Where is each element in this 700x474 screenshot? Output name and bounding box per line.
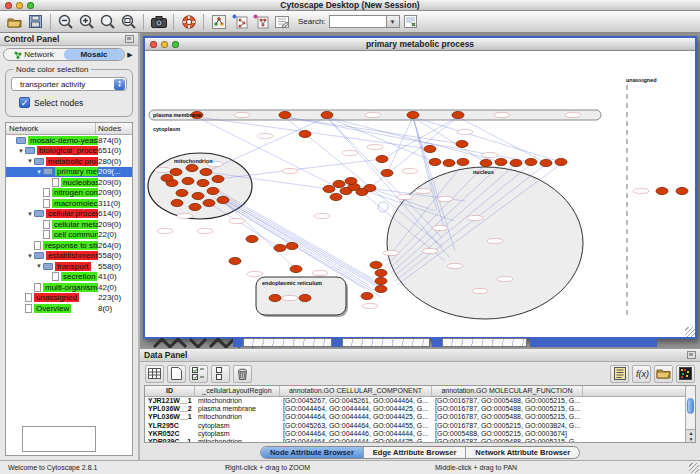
delete-attribute-trash-icon[interactable] — [233, 365, 252, 383]
zoom-out-icon[interactable] — [56, 13, 75, 31]
tree-item-establishment-of-lo[interactable]: ▼establishment of lo558(0) — [6, 251, 132, 262]
network-resize-grip[interactable] — [685, 327, 695, 337]
network-node — [182, 177, 194, 184]
search-input[interactable] — [329, 15, 387, 28]
tree-item-unassigned[interactable]: unassigned223(0) — [6, 293, 132, 304]
tab-network-attribute-browser[interactable]: Network Attribute Browser — [466, 447, 579, 458]
tree-item-label: macromolecule — [52, 199, 98, 208]
tree-item-response-to-stimulu[interactable]: response to stimulu264(0) — [6, 240, 132, 251]
scrollbar-thumb[interactable] — [687, 398, 694, 414]
table-column-header[interactable]: annotation.GO MOLECULAR_FUNCTION — [432, 386, 583, 396]
node-color-dropdown[interactable]: transporter activity ▲▼ — [11, 77, 127, 91]
save-icon[interactable] — [26, 13, 45, 31]
tree-item-nitrogen-compo[interactable]: nitrogen compo209(0) — [6, 188, 132, 199]
file-icon — [34, 283, 41, 292]
tree-item-nucleobase-[interactable]: nucleobase-209(0) — [6, 177, 132, 188]
tree-item-cellular-metabo[interactable]: cellular metabo209(0) — [6, 219, 132, 230]
folder-icon — [34, 252, 44, 259]
tree-item-primary-metabo[interactable]: ▼primary metabo209(... — [6, 167, 132, 178]
expand-arrow-icon[interactable]: ▼ — [26, 253, 34, 259]
zoom-selected-icon[interactable] — [98, 13, 117, 31]
tree-item-cellular-process[interactable]: ▼cellular process614(0) — [6, 209, 132, 220]
table-column-header[interactable]: annotation.GO CELLULAR_COMPONENT — [280, 386, 432, 396]
formula-icon[interactable]: f(x) — [632, 365, 651, 383]
tree-item-macromolecule[interactable]: macromolecule311(0) — [6, 198, 132, 209]
tree-column-nodes[interactable]: Nodes — [96, 123, 132, 134]
tree-item-multi-organism-pro[interactable]: multi-organism pro42(0) — [6, 282, 132, 293]
node-label — [415, 188, 431, 193]
network-view-window[interactable]: primary metabolic process plasma membran… — [143, 36, 697, 339]
new-attribute-icon[interactable] — [167, 365, 186, 383]
network-node — [274, 244, 286, 251]
open-file-icon[interactable] — [5, 13, 24, 31]
tree-item-mosaic-demo-yeast[interactable]: mosaic-demo-yeast874(0) — [6, 135, 132, 146]
tree-item-node-count: 41(0) — [98, 272, 132, 281]
tree-item-metabolic-process[interactable]: ▼metabolic process280(0) — [6, 156, 132, 167]
select-nodes-checkbox[interactable]: ✓ — [19, 97, 30, 108]
tab-network[interactable]: Network — [4, 49, 64, 60]
annotation-icon[interactable] — [272, 13, 291, 31]
table-cell: mitochondrion — [195, 413, 280, 421]
table-row[interactable]: YKR052Ccytoplasm[GO:0044464, GO:0044446,… — [145, 430, 695, 438]
table-row[interactable]: YJR121W__1mitochondrion[GO:0045267, GO:0… — [145, 397, 695, 405]
table-cell: [GO:0045263, GO:0044464, GO:0044455, G..… — [280, 422, 432, 430]
zoom-in-icon[interactable] — [77, 13, 96, 31]
tree-item-cell-communicat[interactable]: cell communicat22(0) — [6, 230, 132, 241]
app-resize-grip[interactable] — [689, 463, 699, 473]
node-label — [472, 288, 488, 293]
float-panel-icon[interactable] — [687, 351, 696, 359]
select-attributes-icon[interactable] — [189, 365, 208, 383]
tree-item-node-count: 42(0) — [98, 283, 132, 292]
table-row[interactable]: YDR039C__1mitochondrion[GO:0044464, GO:0… — [145, 438, 695, 443]
help-lifesaver-icon[interactable] — [179, 13, 198, 31]
heatmap-icon[interactable] — [676, 365, 695, 383]
network-node — [161, 174, 173, 181]
attribute-grid-icon[interactable] — [145, 365, 164, 383]
tree-item-biological-process[interactable]: ▼biological_process651(0) — [6, 146, 132, 157]
search-dropdown-button[interactable]: ▼ — [387, 15, 400, 28]
unselect-attributes-icon[interactable] — [211, 365, 230, 383]
layout-nodes-blue-icon[interactable] — [230, 13, 249, 31]
table-column-header[interactable]: ID — [145, 386, 195, 396]
node-label — [155, 167, 171, 172]
tab-edge-attribute-browser[interactable]: Edge Attribute Browser — [364, 447, 466, 458]
zoom-fit-icon[interactable] — [119, 13, 138, 31]
expand-arrow-icon[interactable]: ▼ — [35, 169, 43, 175]
network-node — [364, 184, 376, 191]
tree-item-transport[interactable]: ▼transport558(0) — [6, 261, 132, 272]
folder-icon — [34, 158, 44, 165]
network-edge — [206, 117, 327, 172]
tree-item-overview[interactable]: Overview8(0) — [6, 303, 132, 314]
table-row[interactable]: YPL036W__1mitochondrion[GO:0044464, GO:0… — [145, 413, 695, 421]
tree-item-secretion[interactable]: secretion41(0) — [6, 272, 132, 283]
expand-arrow-icon[interactable]: ▼ — [26, 211, 34, 217]
more-tabs-arrow[interactable]: ▶ — [125, 51, 135, 59]
birds-eye-view[interactable] — [22, 426, 96, 452]
table-scrollbar[interactable]: ▲▼ — [685, 386, 695, 442]
main-toolbar: Search: ▼ — [0, 11, 700, 33]
table-row[interactable]: YLR295Ccytoplasm[GO:0045263, GO:0044464,… — [145, 422, 695, 430]
expand-arrow-icon[interactable]: ▼ — [26, 158, 34, 164]
layout-nodes-red-icon[interactable] — [251, 13, 270, 31]
network-node — [269, 294, 281, 301]
float-panel-icon[interactable] — [125, 35, 134, 43]
tree-column-network[interactable]: Network — [6, 123, 96, 134]
network-window-titlebar[interactable]: primary metabolic process — [145, 38, 695, 51]
scrollbar-arrows[interactable]: ▲▼ — [686, 429, 696, 442]
expand-arrow-icon[interactable]: ▼ — [17, 148, 25, 154]
attribute-list-icon[interactable] — [610, 365, 629, 383]
network-node — [333, 180, 345, 187]
tab-node-attribute-browser[interactable]: Node Attribute Browser — [261, 447, 364, 458]
vizmapper-icon[interactable] — [209, 13, 228, 31]
expand-arrow-icon[interactable]: ▼ — [35, 263, 43, 269]
file-icon — [43, 188, 50, 197]
tree-item-label: Overview — [34, 304, 71, 313]
tab-mosaic[interactable]: Mosaic — [64, 49, 124, 60]
import-attributes-folder-icon[interactable] — [654, 365, 673, 383]
table-column-header[interactable]: _cellularLayoutRegion — [195, 386, 280, 396]
network-canvas[interactable]: plasma membranecytoplasmmitochondrionnuc… — [145, 51, 695, 337]
snapshot-camera-icon[interactable] — [149, 13, 168, 31]
table-row[interactable]: YPL036W__2plasma membrane[GO:0044464, GO… — [145, 405, 695, 413]
search-config-icon[interactable] — [401, 13, 420, 31]
node-label — [633, 188, 649, 193]
